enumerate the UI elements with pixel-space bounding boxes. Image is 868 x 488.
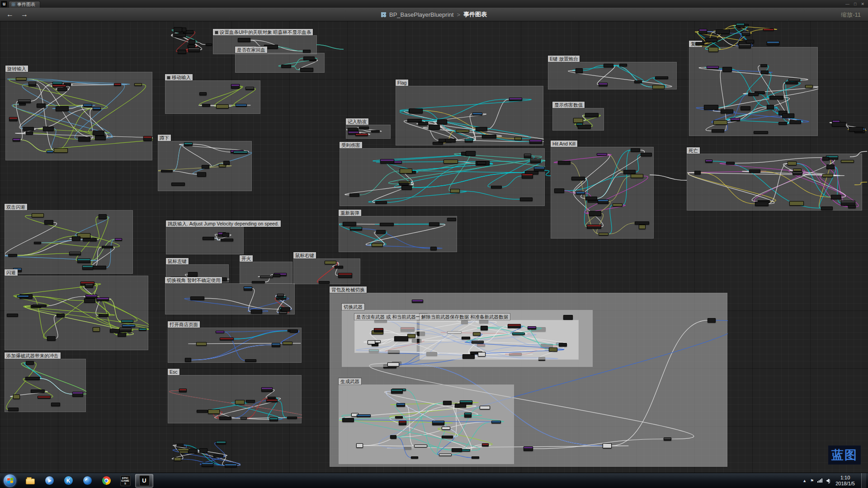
blueprint-node[interactable] (56, 106, 69, 111)
blueprint-node[interactable] (407, 119, 421, 122)
blueprint-node[interactable] (576, 68, 583, 73)
blueprint-node[interactable] (241, 417, 247, 420)
blueprint-node[interactable] (785, 82, 798, 84)
blueprint-node[interactable] (349, 193, 359, 197)
blueprint-node[interactable] (93, 131, 105, 135)
blueprint-node[interactable] (380, 159, 395, 164)
blueprint-node[interactable] (196, 342, 207, 346)
taskbar-unreal-editor-button[interactable]: U (135, 474, 153, 488)
comment-title[interactable]: 是否没有武器 或 和当前武器一样 (354, 314, 427, 320)
blueprint-node[interactable] (28, 82, 36, 86)
blueprint-node[interactable] (72, 236, 80, 241)
blueprint-node[interactable] (99, 214, 107, 219)
blueprint-node[interactable] (244, 286, 252, 291)
blueprint-node[interactable] (603, 443, 611, 448)
blueprint-node[interactable] (54, 148, 68, 153)
blueprint-node[interactable] (480, 406, 490, 409)
blueprint-node[interactable] (452, 448, 462, 452)
blueprint-node[interactable] (432, 421, 444, 425)
comment-group[interactable]: 复活 (689, 47, 818, 136)
close-button[interactable]: ✕ (861, 2, 864, 6)
blueprint-node[interactable] (238, 38, 250, 42)
blueprint-node[interactable] (782, 113, 794, 118)
blueprint-node[interactable] (251, 310, 262, 314)
blueprint-node[interactable] (84, 298, 95, 303)
comment-title[interactable]: 死亡 (687, 147, 700, 154)
blueprint-node[interactable] (789, 120, 801, 124)
taskbar-media-player-button[interactable] (40, 474, 58, 488)
comment-group[interactable]: 是否没有武器 或 和当前武器一样 (354, 320, 417, 353)
blueprint-node[interactable] (190, 296, 204, 300)
blueprint-node[interactable] (695, 42, 704, 45)
comment-title[interactable]: Flag (396, 80, 408, 86)
blueprint-node[interactable] (722, 67, 731, 71)
blueprint-node[interactable] (197, 172, 207, 177)
taskbar-chrome-button[interactable] (97, 474, 115, 488)
blueprint-node[interactable] (235, 400, 245, 404)
blueprint-node[interactable] (491, 186, 502, 188)
start-button[interactable] (4, 474, 16, 487)
blueprint-node[interactable] (619, 64, 627, 66)
blueprint-node[interactable] (623, 170, 636, 174)
blueprint-node[interactable] (409, 108, 423, 113)
blueprint-node[interactable] (578, 125, 590, 129)
blueprint-node[interactable] (769, 96, 784, 99)
blueprint-node[interactable] (447, 218, 456, 221)
blueprint-node[interactable] (462, 354, 475, 359)
blueprint-node[interactable] (587, 225, 601, 229)
comment-group[interactable]: E键 放置炮台 (548, 62, 677, 89)
comment-group[interactable]: 移动输入 (165, 80, 260, 114)
blueprint-node[interactable] (335, 266, 343, 268)
comment-group[interactable]: 重新装弹 (339, 216, 457, 252)
blueprint-node[interactable] (849, 127, 863, 131)
blueprint-node[interactable] (473, 332, 481, 336)
blueprint-node[interactable] (277, 294, 284, 297)
blueprint-node[interactable] (9, 117, 18, 121)
blueprint-node[interactable] (848, 205, 856, 209)
blueprint-node[interactable] (399, 421, 406, 425)
blueprint-node[interactable] (174, 27, 182, 32)
blueprint-node[interactable] (761, 70, 769, 74)
comment-title[interactable]: 双击闪避 (5, 204, 27, 210)
blueprint-node[interactable] (287, 417, 297, 419)
blueprint-node[interactable] (387, 362, 400, 366)
blueprint-node[interactable] (78, 137, 90, 142)
blueprint-node[interactable] (742, 31, 750, 36)
blueprint-node[interactable] (826, 164, 835, 169)
blueprint-node[interactable] (598, 199, 609, 204)
blueprint-node[interactable] (114, 83, 121, 85)
blueprint-node[interactable] (25, 377, 40, 380)
blueprint-node[interactable] (355, 133, 368, 136)
comment-group[interactable]: 鼠标右键 (293, 258, 360, 284)
comment-group[interactable]: 闪避 (5, 276, 148, 350)
blueprint-node[interactable] (450, 189, 460, 193)
comment-title[interactable]: 背包及枪械切换 (330, 286, 367, 293)
blueprint-node[interactable] (524, 154, 531, 158)
blueprint-node[interactable] (272, 343, 281, 347)
blueprint-node[interactable] (19, 103, 26, 105)
blueprint-node[interactable] (102, 246, 113, 248)
blueprint-node[interactable] (652, 85, 665, 89)
blueprint-node[interactable] (225, 464, 237, 467)
blueprint-node[interactable] (491, 421, 500, 423)
comment-title[interactable]: E键 放置炮台 (548, 56, 580, 62)
blueprint-node[interactable] (13, 394, 20, 399)
blueprint-node[interactable] (213, 455, 223, 457)
blueprint-node[interactable] (418, 122, 428, 125)
blueprint-node[interactable] (508, 324, 521, 328)
blueprint-node[interactable] (741, 106, 750, 110)
blueprint-node[interactable] (414, 445, 427, 447)
blueprint-node[interactable] (481, 326, 488, 330)
blueprint-node[interactable] (197, 410, 208, 412)
blueprint-node[interactable] (571, 177, 585, 180)
blueprint-node[interactable] (529, 140, 542, 143)
blueprint-node[interactable] (57, 314, 65, 318)
blueprint-node[interactable] (694, 171, 701, 174)
taskbar-k-app-button[interactable]: K (59, 474, 77, 488)
blueprint-node[interactable] (359, 127, 369, 129)
blueprint-node[interactable] (472, 456, 479, 459)
blueprint-node[interactable] (472, 113, 483, 115)
comment-title[interactable]: 跳跃输入. Adjust Jump Velocity depending on … (166, 221, 281, 227)
blueprint-node[interactable] (110, 329, 120, 333)
blueprint-node[interactable] (412, 300, 423, 302)
